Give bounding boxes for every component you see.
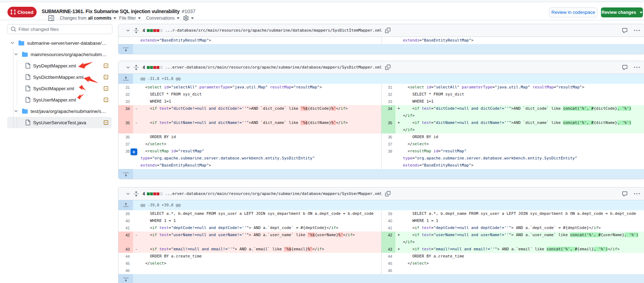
line-number-cell[interactable]: 35: [118, 119, 133, 126]
code-token: "resultMap": [556, 85, 582, 89]
diff-settings-dropdown[interactable]: [183, 15, 194, 21]
line-number-cell[interactable]: 43: [381, 246, 395, 253]
tree-item-sysdictmapper-xml[interactable]: SysDictMapper.xml: [7, 83, 112, 94]
changes-count: 4: [143, 65, 145, 70]
code-token: '%$: [300, 106, 308, 111]
line-number-cell[interactable]: 41: [118, 224, 133, 232]
line-number-cell[interactable]: [118, 162, 133, 169]
line-number-cell[interactable]: 33: [118, 98, 133, 105]
tree-item-sysusermapper-xml[interactable]: SysUserMapper.xml: [7, 94, 112, 105]
file-menu-button[interactable]: [634, 191, 640, 197]
file-comment-button[interactable]: [622, 28, 628, 33]
file-filter-dropdown[interactable]: File filter: [119, 15, 141, 21]
line-number-cell[interactable]: [381, 239, 395, 246]
review-changes-label: Review changes: [601, 7, 636, 17]
file-icon: [25, 120, 31, 125]
line-number-cell[interactable]: 33: [381, 98, 395, 105]
line-number-cell[interactable]: 46: [118, 267, 133, 274]
tree-expander-chevron[interactable]: [10, 40, 15, 45]
code-token: <: [140, 233, 152, 237]
line-number-cell[interactable]: [118, 112, 133, 119]
code-token: </: [336, 120, 341, 125]
tree-expander-chevron[interactable]: [14, 109, 18, 114]
code-cell: type="org.apache.submarine.server.databa…: [133, 155, 381, 162]
line-number-cell[interactable]: 40: [381, 217, 395, 224]
line-number-cell[interactable]: [381, 112, 395, 119]
line-number-cell[interactable]: 43: [118, 246, 133, 253]
line-number-cell[interactable]: [381, 162, 395, 169]
line-number-cell[interactable]: 44: [381, 253, 395, 260]
line-number-cell[interactable]: 36: [381, 134, 395, 141]
file-modified-badge: [103, 75, 108, 81]
line-number-cell[interactable]: 40: [118, 217, 133, 224]
copy-path-button[interactable]: [385, 65, 390, 70]
line-number-cell[interactable]: [118, 37, 133, 44]
line-number-cell[interactable]: 32: [118, 91, 133, 98]
copy-path-button[interactable]: [385, 28, 390, 33]
collapse-sidebar-button[interactable]: [48, 15, 54, 21]
line-number-cell[interactable]: 36: [118, 134, 133, 141]
file-modified-icon: [103, 75, 108, 80]
line-number-cell[interactable]: 34: [381, 105, 395, 112]
line-number-cell[interactable]: [381, 37, 395, 44]
add-comment-plus-button[interactable]: +: [131, 148, 137, 155]
expand-hunk-up-button[interactable]: [118, 74, 133, 84]
line-number-cell[interactable]: 38: [381, 148, 395, 155]
file-unfold-icon[interactable]: [133, 28, 139, 33]
line-number-cell[interactable]: 42: [381, 232, 395, 239]
line-number-cell[interactable]: 45: [118, 260, 133, 267]
expand-down-button[interactable]: [118, 274, 133, 283]
line-number-cell[interactable]: [118, 155, 133, 162]
tree-file-label: SysDictItemMapper.xml: [33, 75, 84, 80]
line-number-cell[interactable]: 37: [381, 141, 395, 148]
line-number-cell[interactable]: 39: [118, 210, 133, 217]
review-in-codespace-button[interactable]: Review in codespace: [549, 7, 597, 17]
collapse-file-chevron[interactable]: [126, 65, 131, 70]
line-number-cell[interactable]: 46: [381, 267, 395, 274]
file-comment-button[interactable]: [622, 191, 628, 197]
expand-up-icon: [123, 202, 129, 208]
line-number-cell[interactable]: 41: [381, 224, 395, 232]
code-token: "email!=null and email!=''": [433, 247, 497, 251]
line-number-cell[interactable]: [381, 155, 395, 162]
expand-hunk-up-button[interactable]: [118, 200, 133, 210]
file-menu-button[interactable]: [634, 28, 640, 33]
filter-changed-files-input[interactable]: [18, 27, 112, 32]
gear-icon: [183, 15, 189, 21]
line-number-cell[interactable]: 37: [118, 141, 133, 148]
line-number-cell[interactable]: 34: [118, 105, 133, 112]
code-token: type: [403, 156, 413, 160]
expand-down-button[interactable]: [118, 44, 133, 54]
code-token: extends: [140, 163, 157, 168]
line-number-cell[interactable]: [118, 239, 133, 246]
line-number-cell[interactable]: 45: [381, 260, 395, 267]
file-unfold-icon[interactable]: [133, 191, 139, 197]
tree-item-submarine-server-server-database-[interactable]: submarine-server/server-database/…: [7, 37, 112, 49]
line-number-cell[interactable]: 42: [118, 232, 133, 239]
tree-item-main-resources-org-apache-subm-[interactable]: main/resources/org/apache/subm…: [7, 49, 112, 60]
file-menu-button[interactable]: [634, 65, 640, 70]
line-number-cell[interactable]: [381, 126, 395, 134]
tree-item-sysuserservicetest-java[interactable]: SysUserServiceTest.java: [7, 117, 112, 128]
line-number-cell[interactable]: 39: [381, 210, 395, 217]
diff-row: type="org.apache.submarine.server.databa…: [118, 155, 644, 162]
tree-item-sysdeptmapper-xml[interactable]: SysDeptMapper.xml: [7, 60, 112, 71]
file-comment-button[interactable]: [622, 65, 628, 70]
line-number-cell[interactable]: 31: [381, 84, 395, 91]
collapse-file-chevron[interactable]: [126, 28, 131, 33]
line-number-cell[interactable]: 32: [381, 91, 395, 98]
review-changes-button[interactable]: Review changes: [601, 7, 643, 17]
line-number-cell[interactable]: 44: [118, 253, 133, 260]
conversations-dropdown[interactable]: Conversations: [146, 15, 180, 21]
expand-down-button[interactable]: [118, 169, 133, 179]
collapse-file-chevron[interactable]: [126, 191, 131, 196]
tree-expander-chevron[interactable]: [14, 52, 18, 57]
line-number-cell[interactable]: 35: [381, 119, 395, 126]
tree-item-test-java-org-apache-submarine-s-[interactable]: test/java/org/apache/submarine/s…: [7, 105, 112, 117]
copy-path-button[interactable]: [385, 191, 390, 196]
line-number-cell[interactable]: [118, 126, 133, 134]
changes-from-dropdown[interactable]: Changes from all commits: [60, 15, 116, 21]
file-unfold-icon[interactable]: [133, 65, 139, 70]
line-number-cell[interactable]: 31: [118, 84, 133, 91]
code-token: ORDER BY id: [140, 135, 176, 139]
